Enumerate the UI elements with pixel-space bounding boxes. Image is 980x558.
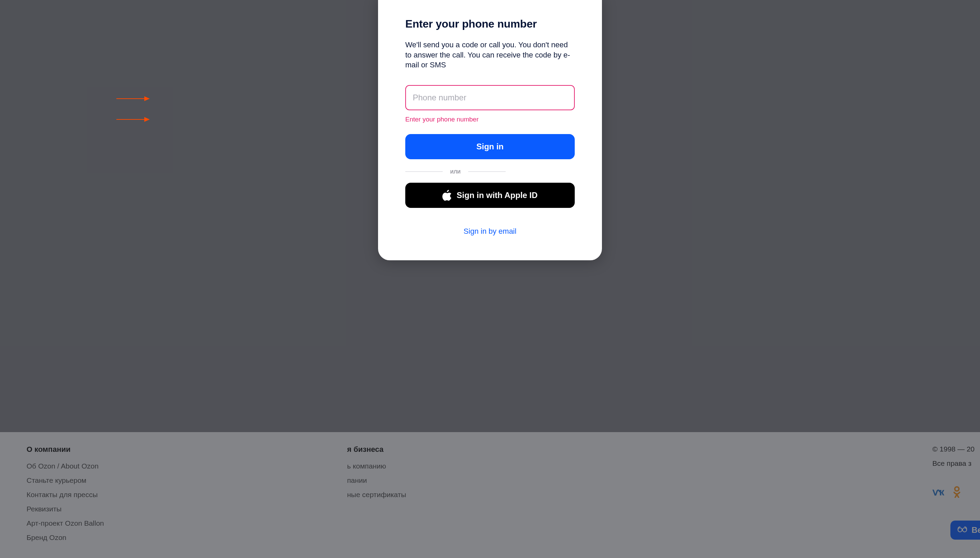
apple-icon xyxy=(442,190,452,201)
signin-by-email-link[interactable]: Sign in by email xyxy=(405,227,575,236)
phone-input[interactable] xyxy=(405,85,575,110)
alternative-divider: или xyxy=(405,168,575,175)
signin-button-label: Sign in xyxy=(476,142,504,151)
signin-modal: Enter your phone number We'll send you a… xyxy=(378,0,602,260)
phone-error-message: Enter your phone number xyxy=(405,116,575,123)
annotation-arrow-error xyxy=(117,117,150,122)
apple-signin-button[interactable]: Sign in with Apple ID xyxy=(405,183,575,208)
apple-signin-label: Sign in with Apple ID xyxy=(456,190,538,200)
divider-line-right xyxy=(468,171,506,172)
modal-title: Enter your phone number xyxy=(405,18,575,30)
signin-button[interactable]: Sign in xyxy=(405,134,575,159)
divider-line-left xyxy=(405,171,443,172)
annotation-arrow-input xyxy=(117,96,150,101)
modal-description: We'll send you a code or call you. You d… xyxy=(405,40,575,70)
divider-label: или xyxy=(450,168,461,175)
